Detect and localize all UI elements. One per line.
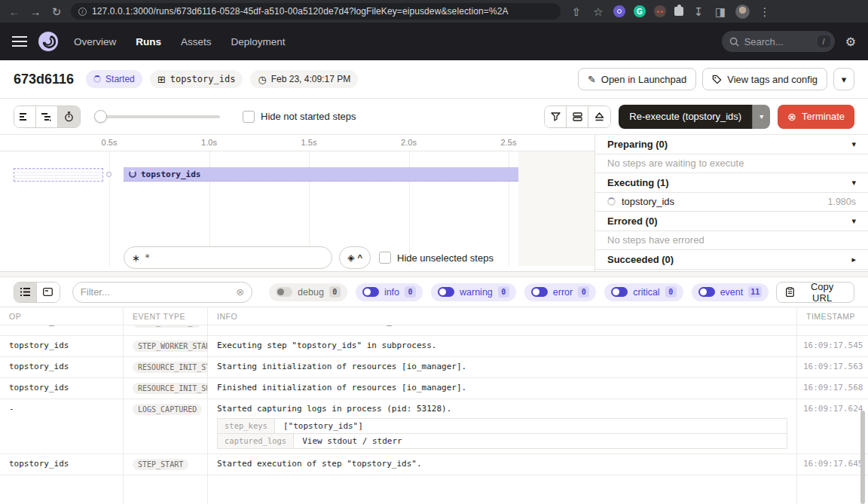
hide-not-started-checkbox[interactable]: [243, 111, 255, 123]
op-name: -: [9, 404, 14, 414]
browser-menu-icon[interactable]: ⋮: [758, 6, 772, 17]
graph-depth-button[interactable]: ◈ ^: [339, 246, 371, 269]
gantt-pending-box[interactable]: [14, 168, 103, 182]
extension-face-icon[interactable]: [654, 5, 666, 17]
log-row[interactable]: topstory_idsRESOURCE_INIT_STAR…Starting …: [0, 357, 868, 378]
event-type-chip: STEP_WORKER_STARTI…: [133, 325, 201, 328]
split-rows-button[interactable]: [567, 106, 588, 127]
nav-tab-deployment[interactable]: Deployment: [231, 36, 286, 47]
timestamp-cell: 16:09:17.568: [797, 378, 868, 399]
level-chip-info[interactable]: info0: [356, 283, 423, 301]
nav-tab-assets[interactable]: Assets: [181, 36, 212, 47]
nav-tab-runs[interactable]: Runs: [136, 36, 161, 47]
panel-section-header[interactable]: Errored (0)▾: [595, 212, 868, 231]
grammarly-extension-icon[interactable]: G: [634, 5, 646, 17]
hamburger-menu-icon[interactable]: [12, 36, 27, 47]
axis-tick: 2.0s: [401, 138, 417, 147]
back-icon[interactable]: ←: [8, 6, 21, 17]
collapse-panel-button[interactable]: [588, 106, 610, 127]
level-count-badge: 0: [665, 286, 677, 298]
log-row[interactable]: topstory_idsRESOURCE_INIT_SUCC…Finished …: [0, 378, 868, 399]
op-cell: topstory_ids: [0, 357, 124, 377]
pane-splitter[interactable]: [0, 271, 868, 277]
reload-icon[interactable]: ↻: [50, 6, 63, 17]
panel-section-header[interactable]: Preparing (0)▾: [595, 135, 868, 154]
log-row[interactable]: -LOGS_CAPTUREDStarted capturing logs in …: [0, 399, 868, 454]
level-chip-critical[interactable]: critical0: [604, 283, 683, 301]
job-name: topstory_ids: [170, 74, 236, 84]
flat-view-button[interactable]: [14, 106, 36, 127]
toggle-debug: [276, 287, 292, 297]
info-cell: Starting initialization of resources [io…: [208, 357, 797, 377]
bookmark-star-icon[interactable]: ☆: [591, 6, 605, 17]
more-actions-button[interactable]: ▾: [833, 68, 854, 90]
job-name-pill[interactable]: ⊞ topstory_ids: [150, 70, 243, 88]
zoom-slider-knob[interactable]: [94, 110, 107, 123]
log-row[interactable]: topstory_idsSTEP_WORKER_STARTI…Launching…: [0, 325, 868, 336]
extensions-puzzle-icon[interactable]: [674, 7, 683, 16]
level-chip-event[interactable]: event11: [692, 283, 769, 301]
gantt-toolbar-right: Re-execute (topstory_ids) ▾ ⊗ Terminate: [544, 105, 854, 129]
forward-icon[interactable]: →: [29, 6, 42, 17]
log-scrollbar-thumb[interactable]: [860, 411, 865, 504]
level-chip-debug[interactable]: debug0: [269, 283, 347, 301]
browser-toolbar: ← → ↻ i 127.0.0.1:3000/runs/673d6116-052…: [0, 0, 868, 23]
url-text[interactable]: 127.0.0.1:3000/runs/673d6116-0528-45df-a…: [92, 6, 509, 17]
step-selector-input[interactable]: ∗ *: [124, 246, 332, 269]
open-launchpad-button[interactable]: ✎ Open in Launchpad: [578, 68, 696, 90]
structured-log-button[interactable]: [14, 283, 37, 302]
log-view-segment: [544, 105, 611, 128]
nav-tab-overview[interactable]: Overview: [74, 36, 116, 47]
dagster-run-page: ← → ↻ i 127.0.0.1:3000/runs/673d6116-052…: [0, 0, 868, 504]
nav-tabs: OverviewRunsAssetsDeployment: [74, 36, 286, 47]
toggle-knob: [364, 289, 371, 295]
address-bar[interactable]: i 127.0.0.1:3000/runs/673d6116-0528-45df…: [71, 3, 561, 20]
toggle-info: [362, 287, 379, 297]
event-type-chip: RESOURCE_INIT_STAR…: [133, 362, 208, 373]
log-filter-input[interactable]: Filter... ⊗: [72, 282, 252, 303]
panel-section-header[interactable]: Succeeded (0)▸: [595, 250, 868, 270]
log-row[interactable]: topstory_idsSTEP_WORKER_STARTEDExecuting…: [0, 336, 868, 357]
panel-section-header[interactable]: Executing (1)▾: [595, 173, 868, 193]
site-info-icon[interactable]: i: [78, 8, 87, 16]
settings-gear-icon[interactable]: ⚙: [845, 35, 856, 49]
timestamp-cell: 16:09:17.563: [797, 357, 868, 377]
reexecute-button[interactable]: Re-execute (topstory_ids): [619, 105, 752, 129]
log-table-body: topstory_idsSTEP_WORKER_STARTI…Launching…: [0, 325, 868, 475]
raw-log-button[interactable]: [37, 283, 60, 302]
panel-step-row[interactable]: topstory_ids1.980s: [595, 193, 868, 212]
hide-unselected-checkbox[interactable]: [379, 252, 391, 264]
reexecute-dropdown-caret[interactable]: ▾: [752, 105, 770, 129]
level-label: error: [553, 287, 573, 298]
level-chip-warning[interactable]: warning0: [431, 283, 516, 301]
job-grid-icon: ⊞: [157, 74, 166, 85]
gantt-step-bar[interactable]: topstory_ids: [124, 167, 518, 182]
share-icon[interactable]: ⇧: [570, 6, 583, 17]
metadata-value[interactable]: View stdout / stderr: [294, 433, 787, 449]
toggle-critical: [611, 287, 628, 297]
level-chip-error[interactable]: error0: [524, 283, 596, 301]
info-cell: Executing step "topstory_ids" in subproc…: [208, 336, 797, 356]
log-row[interactable]: topstory_idsSTEP_STARTStarted execution …: [0, 454, 868, 475]
profile-avatar[interactable]: [735, 5, 750, 19]
level-count-badge: 0: [498, 286, 509, 298]
downloads-icon[interactable]: ↧: [692, 6, 705, 17]
filter-funnel-button[interactable]: [545, 106, 567, 127]
global-search-input[interactable]: Search... /: [722, 31, 835, 52]
pencil-icon: ✎: [588, 74, 596, 85]
dagster-logo[interactable]: [38, 31, 59, 52]
info-cell: Finished initialization of resources [io…: [208, 378, 797, 399]
view-tags-config-button[interactable]: View tags and config: [702, 68, 827, 90]
zoom-slider[interactable]: [96, 115, 220, 118]
password-extension-icon[interactable]: [613, 5, 625, 17]
clear-filter-icon[interactable]: ⊗: [236, 286, 244, 298]
side-panel-icon[interactable]: ◨: [714, 6, 727, 17]
timed-view-button[interactable]: [58, 106, 80, 127]
level-count-badge: 0: [405, 286, 416, 298]
event-type-cell: STEP_START: [124, 454, 208, 475]
event-type-cell: STEP_WORKER_STARTI…: [124, 325, 208, 335]
waterfall-view-button[interactable]: [36, 106, 58, 127]
terminate-button[interactable]: ⊗ Terminate: [778, 105, 854, 129]
gantt-time-axis: 0.5s1.0s1.5s2.0s2.5s: [0, 135, 595, 151]
copy-url-button[interactable]: Copy URL: [776, 282, 854, 303]
